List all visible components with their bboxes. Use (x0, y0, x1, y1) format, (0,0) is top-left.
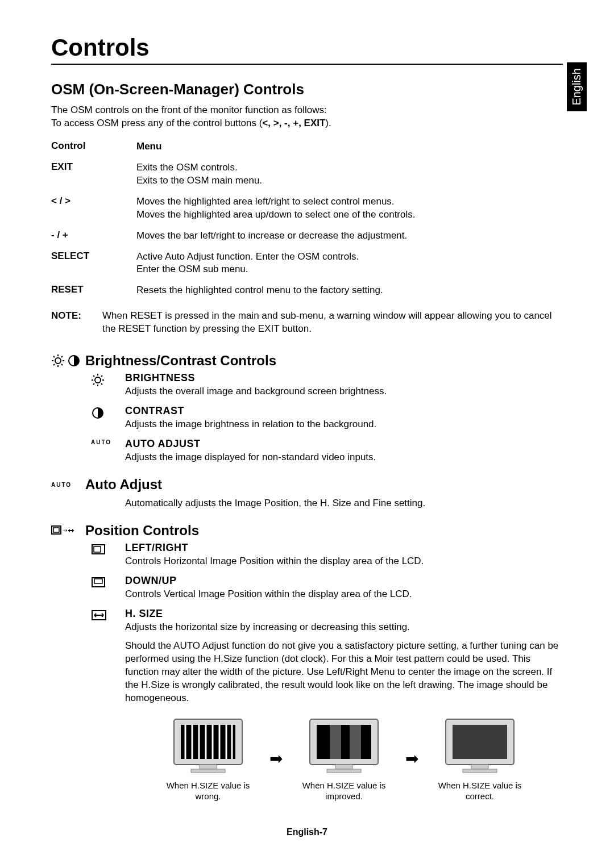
svg-line-5 (53, 356, 55, 357)
svg-rect-50 (471, 765, 488, 769)
table-header-menu: Menu (136, 140, 563, 153)
position-heading: Position Controls (85, 523, 199, 539)
svg-line-17 (93, 383, 94, 385)
item-brightness: BRIGHTNESS Adjusts the overall image and… (51, 372, 563, 398)
control-name: - / + (51, 229, 136, 241)
svg-point-10 (95, 377, 101, 383)
control-name: SELECT (51, 251, 136, 262)
contrast-icon (91, 406, 105, 420)
page-footer: English-7 (0, 827, 614, 837)
auto-adjust-desc: Automatically adjusts the Image Position… (125, 497, 563, 510)
control-table: Control Menu EXIT Exits the OSM controls… (51, 140, 563, 297)
svg-line-15 (93, 375, 94, 377)
svg-rect-43 (317, 725, 371, 759)
control-desc: Active Auto Adjust function. Enter the O… (136, 251, 563, 277)
osm-intro-line2-suffix: ). (325, 118, 331, 128)
svg-line-16 (101, 383, 102, 385)
table-row: EXIT Exits the OSM controls. Exits to th… (51, 161, 563, 187)
svg-rect-40 (200, 765, 217, 769)
svg-rect-49 (453, 725, 507, 759)
brightness-contrast-heading: Brightness/Contrast Controls (85, 353, 276, 369)
item-desc: Controls Vertical Image Position within … (125, 588, 563, 601)
svg-line-18 (101, 375, 102, 377)
item-desc: Adjusts the overall image and background… (125, 385, 563, 398)
osm-intro-keys: <, >, -, +, EXIT (262, 118, 325, 128)
svg-line-8 (61, 356, 63, 357)
auto-icon: AUTO (91, 439, 111, 445)
svg-line-6 (61, 364, 63, 365)
svg-rect-44 (330, 725, 341, 759)
brightness-icon (91, 373, 105, 387)
page-title: Controls (51, 34, 563, 65)
item-desc: Controls Horizontal Image Position withi… (125, 555, 563, 568)
svg-line-7 (53, 364, 55, 365)
auto-adjust-heading: Auto Adjust (85, 477, 162, 493)
arrow-icon: ➡ (269, 749, 283, 768)
control-desc: Resets the highlighted control menu to t… (136, 284, 563, 297)
diagram-caption: When H.SIZE value is wrong. (157, 781, 259, 802)
monitor-illustration-wrong (168, 715, 248, 777)
note: NOTE: When RESET is pressed in the main … (51, 310, 563, 336)
item-leftright: LEFT/RIGHT Controls Horizontal Image Pos… (51, 542, 563, 568)
table-header: Control Menu (51, 140, 563, 153)
control-name: RESET (51, 284, 136, 295)
monitor-illustration-improved (304, 715, 384, 777)
auto-adjust-group: AUTO Auto Adjust Automatically adjusts t… (51, 477, 563, 510)
arrow-icon: ➡ (405, 749, 418, 768)
downup-icon (91, 576, 106, 589)
control-desc: Exits the OSM controls. Exits to the OSM… (136, 161, 563, 187)
table-header-control: Control (51, 140, 136, 152)
diagram-caption: When H.SIZE value is correct. (429, 781, 531, 802)
leftright-icon (91, 543, 106, 556)
osm-intro-line2-prefix: To access OSM press any of the control b… (51, 118, 262, 128)
svg-text:⇢: ⇢ (63, 527, 67, 533)
hsize-icon (91, 609, 107, 621)
table-row: < / > Moves the highlighted area left/ri… (51, 195, 563, 222)
svg-rect-46 (335, 765, 352, 769)
control-desc: Moves the bar left/right to increase or … (136, 229, 563, 243)
brightness-icon (51, 354, 65, 368)
hsize-diagram: When H.SIZE value is wrong. ➡ When H.SIZ… (125, 715, 563, 802)
item-desc: Adjusts the horizontal size by increasin… (125, 621, 563, 634)
note-label: NOTE: (51, 310, 102, 336)
contrast-icon (67, 354, 81, 368)
item-title: H. SIZE (125, 608, 563, 620)
control-desc: Moves the highlighted area left/right to… (136, 195, 563, 222)
control-name: < / > (51, 195, 136, 207)
svg-rect-51 (463, 769, 497, 773)
item-desc: Adjusts the image displayed for non-stan… (125, 451, 563, 464)
svg-rect-45 (350, 725, 361, 759)
table-row: RESET Resets the highlighted control men… (51, 284, 563, 297)
table-row: SELECT Active Auto Adjust function. Ente… (51, 251, 563, 277)
position-icon: ⇢ (51, 524, 76, 537)
svg-rect-47 (327, 769, 361, 773)
auto-icon: AUTO (51, 482, 72, 488)
brightness-contrast-group: Brightness/Contrast Controls BRIGHTNESS … (51, 353, 563, 464)
item-hsize: H. SIZE Adjusts the horizontal size by i… (51, 608, 563, 802)
hsize-paragraph: Should the AUTO Adjust function do not g… (125, 640, 563, 705)
item-title: AUTO ADJUST (125, 438, 563, 450)
language-tab: English (567, 62, 587, 111)
item-title: BRIGHTNESS (125, 372, 563, 384)
svg-rect-21 (53, 528, 59, 532)
position-controls-group: ⇢ Position Controls LEFT/RIGHT Controls … (51, 523, 563, 802)
item-contrast: CONTRAST Adjusts the image brightness in… (51, 405, 563, 431)
item-downup: DOWN/UP Controls Vertical Image Position… (51, 575, 563, 601)
osm-intro-line1: The OSM controls on the front of the mon… (51, 105, 327, 115)
item-desc: Adjusts the image brightness in relation… (125, 418, 563, 431)
item-auto-adjust: AUTO AUTO ADJUST Adjusts the image displ… (51, 438, 563, 464)
osm-heading: OSM (On-Screen-Manager) Controls (51, 81, 563, 98)
item-title: CONTRAST (125, 405, 563, 417)
svg-rect-25 (94, 546, 101, 552)
osm-intro: The OSM controls on the front of the mon… (51, 104, 563, 130)
monitor-illustration-correct (440, 715, 520, 777)
svg-rect-27 (94, 579, 102, 583)
svg-point-0 (55, 358, 61, 364)
control-name: EXIT (51, 161, 136, 173)
diagram-caption: When H.SIZE value is improved. (293, 781, 395, 802)
item-title: DOWN/UP (125, 575, 563, 587)
note-text: When RESET is pressed in the main and su… (102, 310, 563, 336)
item-title: LEFT/RIGHT (125, 542, 563, 554)
svg-rect-31 (181, 725, 235, 759)
table-row: - / + Moves the bar left/right to increa… (51, 229, 563, 243)
